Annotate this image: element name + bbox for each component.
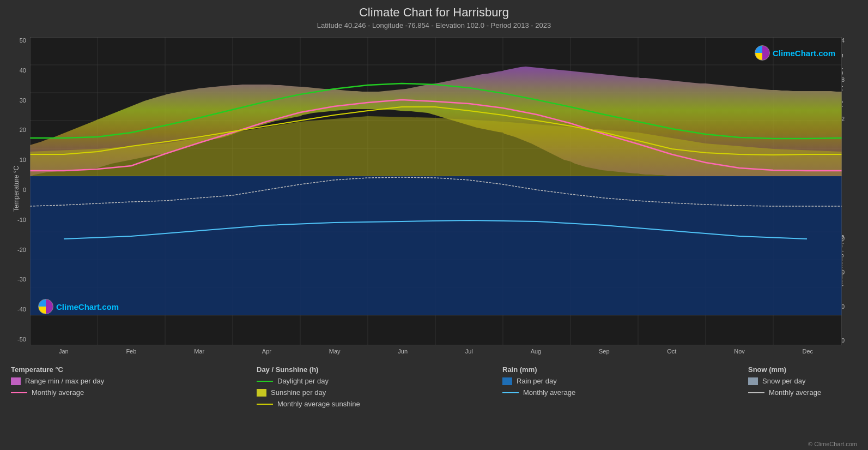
legend-line-monthly-snow: [748, 392, 764, 393]
legend-line-monthly-temp: [11, 392, 27, 393]
legend-swatch-rain: [502, 377, 512, 385]
legend-area: Temperature °C Range min / max per day M…: [0, 359, 868, 411]
x-axis-may: May: [329, 348, 341, 355]
legend-item-snow-per-day: Snow per day: [748, 377, 857, 385]
legend-line-daylight: [257, 381, 273, 382]
y-axis-left: 50 40 30 20 10 0 -10 -20 -30 -40 -50: [10, 37, 26, 343]
copyright: © ClimeChart.com: [808, 441, 857, 447]
legend-item-monthly-avg-rain: Monthly average: [502, 388, 611, 397]
x-axis-apr: Apr: [262, 348, 271, 355]
x-axis-jul: Jul: [465, 348, 473, 355]
logo-text-top: ClimeChart.com: [773, 49, 835, 58]
svg-rect-30: [30, 176, 842, 315]
x-axis-oct: Oct: [667, 348, 676, 355]
legend-col-snow: Snow (mm) Snow per day Monthly average: [748, 365, 857, 408]
x-axis-jun: Jun: [398, 348, 408, 355]
legend-line-monthly-rain: [502, 392, 519, 393]
legend-item-monthly-avg-temp: Monthly average: [11, 388, 120, 397]
x-axis: Jan Feb Mar Apr May Jun Jul Aug Sep Oct …: [30, 348, 842, 355]
chart-svg: [30, 37, 842, 345]
x-axis-feb: Feb: [126, 348, 136, 355]
x-axis-aug: Aug: [531, 348, 542, 355]
chart-subtitle: Latitude 40.246 - Longitude -76.854 - El…: [0, 20, 868, 29]
x-axis-mar: Mar: [194, 348, 204, 355]
legend-item-daylight: Daylight per day: [257, 377, 366, 385]
legend-col-sunshine: Day / Sunshine (h) Daylight per day Suns…: [257, 365, 366, 408]
logo-icon-top: [755, 45, 770, 61]
logo-top-right: ClimeChart.com: [755, 45, 835, 61]
chart-title: Climate Chart for Harrisburg: [0, 0, 868, 20]
legend-heading-rain: Rain (mm): [502, 365, 611, 374]
legend-heading-snow: Snow (mm): [748, 365, 857, 374]
legend-col-rain: Rain (mm) Rain per day Monthly average: [502, 365, 611, 408]
legend-line-avg-sunshine: [257, 404, 273, 405]
legend-item-sunshine-per-day: Sunshine per day: [257, 388, 366, 397]
legend-item-monthly-avg-sunshine: Monthly average sunshine: [257, 400, 366, 408]
logo-icon-bottom: [38, 299, 53, 314]
x-axis-sep: Sep: [599, 348, 610, 355]
legend-swatch-sunshine: [257, 389, 266, 397]
legend-col-temperature: Temperature °C Range min / max per day M…: [11, 365, 120, 408]
x-axis-nov: Nov: [734, 348, 745, 355]
legend-heading-temperature: Temperature °C: [11, 365, 120, 374]
logo-bottom-left: ClimeChart.com: [38, 299, 119, 314]
legend-heading-sunshine: Day / Sunshine (h): [257, 365, 366, 374]
logo-text-bottom: ClimeChart.com: [56, 302, 119, 311]
legend-swatch-snow: [748, 377, 758, 385]
legend-item-monthly-avg-snow: Monthly average: [748, 388, 857, 397]
main-container: Climate Chart for Harrisburg Latitude 40…: [0, 0, 868, 450]
legend-item-rain-per-day: Rain per day: [502, 377, 611, 385]
x-axis-jan: Jan: [59, 348, 69, 355]
legend-swatch-range: [11, 377, 21, 385]
x-axis-dec: Dec: [803, 348, 814, 355]
legend-item-range: Range min / max per day: [11, 377, 120, 385]
